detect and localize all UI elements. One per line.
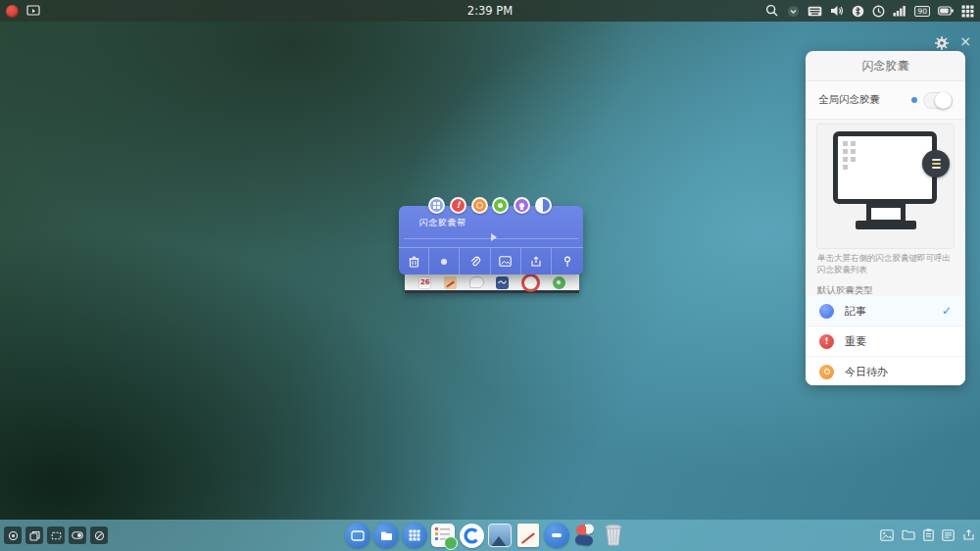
tool-disable-button[interactable] (90, 526, 108, 544)
close-icon[interactable]: × (957, 33, 973, 49)
list-item-important[interactable]: ! 重要 (806, 326, 965, 357)
exclaim-glyph-icon: ! (456, 201, 460, 210)
tool-select-area-button[interactable] (47, 526, 65, 544)
note-type-icon (819, 304, 834, 319)
global-capsule-row: 全局闪念胶囊 (806, 81, 965, 120)
search-icon[interactable] (765, 4, 779, 18)
dock-desktop-icon[interactable] (345, 523, 370, 548)
pin-button[interactable] (552, 248, 583, 275)
dock-messages-icon[interactable] (544, 523, 569, 548)
tool-screenshot-button[interactable] (25, 526, 43, 544)
dock-files-icon[interactable] (373, 523, 399, 548)
record-button[interactable] (429, 248, 460, 275)
capsule-toolbar (399, 247, 583, 275)
screen-apps-glyph (843, 141, 857, 171)
share-button[interactable] (521, 248, 552, 275)
green-messenger-app-icon[interactable] (553, 276, 565, 289)
attach-button[interactable] (460, 248, 490, 275)
ring-app-icon[interactable] (521, 274, 540, 292)
messenger-app-icon[interactable] (496, 276, 509, 289)
panel-title: 闪念胶囊 (806, 51, 965, 81)
audio-progress-bar[interactable] (404, 238, 578, 239)
tool-record-button[interactable] (4, 526, 22, 544)
memo-app-icon[interactable] (444, 276, 457, 289)
capsule-type-idea-icon[interactable] (514, 197, 530, 214)
battery-icon[interactable] (938, 6, 954, 16)
menubar-left (6, 0, 40, 22)
grid-glyph-icon (433, 202, 440, 209)
tool-switch-button[interactable] (69, 526, 86, 544)
dock (0, 520, 980, 551)
capsule-side-button-graphic (922, 150, 950, 177)
chat-bubble-app-icon[interactable] (469, 276, 484, 288)
global-capsule-toggle[interactable] (923, 92, 953, 109)
tray-tasks-icon[interactable] (942, 529, 955, 541)
clock-glyph-icon (476, 202, 483, 209)
tray-clipboard-icon[interactable] (923, 528, 934, 541)
calendar-app-icon[interactable]: 26 (418, 276, 431, 289)
battery-percent-badge[interactable]: 90 (914, 6, 930, 17)
screen-cast-icon[interactable] (26, 5, 40, 17)
capsule-type-important-icon[interactable]: ! (450, 197, 466, 214)
clock-label[interactable]: 2:39 PM (467, 0, 513, 22)
capsule-type-done-icon[interactable] (492, 197, 509, 214)
volume-icon[interactable] (830, 5, 844, 17)
app-logo-icon[interactable] (6, 5, 19, 18)
list-item-todo[interactable]: 今日待办 (806, 357, 965, 385)
tray-folder-icon[interactable] (902, 529, 915, 540)
capsule-type-todo-icon[interactable] (471, 197, 488, 214)
dock-apps (345, 523, 626, 548)
monitor-illustration (816, 124, 955, 249)
tray-gallery-icon[interactable] (880, 529, 894, 541)
todo-type-icon (819, 365, 834, 379)
drag-dot-icon (911, 97, 917, 103)
bluetooth-icon[interactable] (852, 5, 864, 18)
list-item-note[interactable]: 記事 ✓ (806, 296, 965, 326)
store-badge-icon (444, 536, 458, 550)
monitor-base-graphic (856, 221, 916, 229)
important-type-icon: ! (819, 334, 834, 349)
dock-trash-icon[interactable] (601, 523, 626, 548)
top-menubar: 2:39 PM (0, 0, 980, 22)
bulb-glyph-icon (519, 203, 524, 208)
dock-notes-icon[interactable] (517, 524, 539, 547)
dot-glyph-icon (498, 203, 503, 208)
dock-capsule-icon[interactable] (574, 524, 596, 548)
chevron-down-icon[interactable] (787, 5, 800, 18)
settings-gear-icon[interactable] (934, 35, 950, 51)
quick-app-strip: 26 (405, 275, 579, 293)
capsule-type-note-icon[interactable] (428, 197, 445, 214)
check-icon: ✓ (942, 304, 952, 318)
panel-hint-text: 单击大屏右侧的闪念胶囊键即可呼出闪念胶囊列表 (817, 253, 956, 276)
play-icon[interactable] (491, 233, 497, 241)
timer-icon[interactable] (872, 5, 885, 18)
monitor-graphic (833, 131, 937, 204)
delete-button[interactable] (399, 248, 429, 275)
capsule-note-title: 闪念胶囊帮 (419, 217, 466, 229)
toggle-knob[interactable] (935, 92, 952, 109)
dock-gallery-icon[interactable] (488, 524, 512, 547)
launcher-grid-icon[interactable] (961, 5, 974, 18)
dock-tools (4, 526, 108, 544)
capsule-type-half-icon[interactable] (535, 197, 552, 214)
global-capsule-label: 全局闪念胶囊 (818, 93, 911, 107)
dot-glyph-icon (557, 280, 561, 284)
image-button[interactable] (491, 248, 521, 275)
dock-tray (880, 528, 975, 541)
capsule-type-list: 記事 ✓ ! 重要 今日待办 (806, 296, 965, 385)
capsule-settings-panel: 闪念胶囊 全局闪念胶囊 单击大屏右侧的闪念胶囊键即可呼出闪念胶囊列表 默认胶囊类… (806, 51, 965, 385)
capsule-widget[interactable]: ! 闪念胶囊帮 (399, 206, 583, 275)
menubar-tray: 90 (765, 0, 974, 22)
network-signal-icon[interactable] (893, 5, 906, 17)
desktop: 2:39 PM (0, 0, 980, 551)
dock-launcher-icon[interactable] (402, 523, 427, 548)
dock-browser-icon[interactable] (460, 524, 484, 548)
keyboard-icon[interactable] (808, 6, 822, 17)
tray-export-icon[interactable] (962, 528, 975, 541)
dock-appstore-icon[interactable] (431, 524, 455, 547)
